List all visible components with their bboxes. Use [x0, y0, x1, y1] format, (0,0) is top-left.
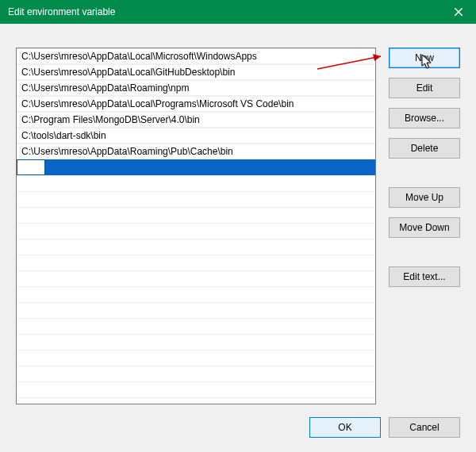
- edit-env-var-dialog: Edit environment variable C:\Users\mreso…: [0, 0, 476, 452]
- path-row[interactable]: C:\Users\mreso\AppData\Local\Programs\Mi…: [17, 96, 375, 112]
- listbox-inner: C:\Users\mreso\AppData\Local\Microsoft\W…: [17, 48, 375, 404]
- edit-button[interactable]: Edit: [389, 78, 460, 98]
- cancel-button[interactable]: Cancel: [389, 417, 460, 438]
- edit-text-button[interactable]: Edit text...: [389, 266, 460, 287]
- content-area: C:\Users\mreso\AppData\Local\Microsoft\W…: [0, 24, 476, 408]
- path-row[interactable]: C:\Users\mreso\AppData\Local\Microsoft\W…: [17, 48, 375, 64]
- delete-button[interactable]: Delete: [389, 138, 460, 159]
- selection-highlight: [17, 159, 375, 175]
- button-gap: [389, 168, 460, 187]
- dialog-bottom-bar: OK Cancel: [0, 408, 476, 452]
- path-row[interactable]: C:\Users\mreso\AppData\Roaming\npm: [17, 80, 375, 96]
- button-gap: [389, 247, 460, 266]
- new-button[interactable]: New: [389, 48, 460, 68]
- titlebar: Edit environment variable: [0, 0, 476, 24]
- side-buttons: New Edit Browse... Delete Move Up Move D…: [389, 48, 460, 408]
- path-listbox[interactable]: C:\Users\mreso\AppData\Local\Microsoft\W…: [16, 48, 376, 404]
- path-row[interactable]: C:\Program Files\MongoDB\Server\4.0\bin: [17, 112, 375, 128]
- close-button[interactable]: [440, 0, 476, 24]
- path-row[interactable]: C:\Users\mreso\AppData\Roaming\Pub\Cache…: [17, 144, 375, 159]
- ok-button[interactable]: OK: [309, 417, 381, 438]
- window-title: Edit environment variable: [8, 6, 115, 17]
- path-row[interactable]: C:\Users\mreso\AppData\Local\GitHubDeskt…: [17, 64, 375, 80]
- path-row-editing[interactable]: [17, 159, 375, 175]
- close-icon: [455, 6, 463, 18]
- browse-button[interactable]: Browse...: [389, 108, 460, 128]
- move-down-button[interactable]: Move Down: [389, 217, 460, 238]
- path-row[interactable]: C:\tools\dart-sdk\bin: [17, 128, 375, 144]
- path-edit-input[interactable]: [17, 159, 45, 175]
- move-up-button[interactable]: Move Up: [389, 187, 460, 208]
